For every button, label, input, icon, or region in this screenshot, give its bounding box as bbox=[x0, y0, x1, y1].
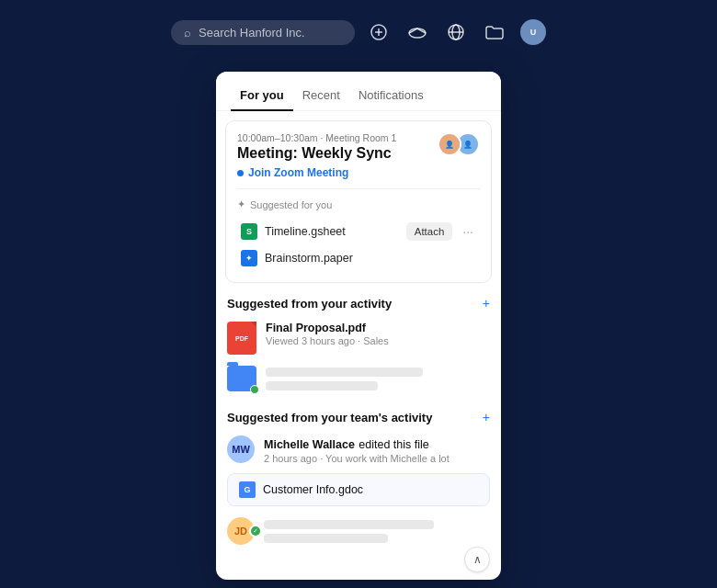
user-avatar[interactable]: U bbox=[520, 19, 546, 45]
pdf-file-icon: PDF bbox=[227, 322, 256, 355]
team-section-header: Suggested from your team's activity + bbox=[216, 397, 501, 430]
tabs-bar: For you Recent Notifications bbox=[216, 72, 501, 111]
file-item-brainstorm[interactable]: ✦ Brainstorm.paper bbox=[237, 245, 480, 271]
folder-item[interactable] bbox=[216, 360, 501, 397]
michelle-avatar: MW bbox=[227, 435, 255, 463]
top-bar: ⌕ Search Hanford Inc. bbox=[0, 0, 717, 64]
pdf-filename: Final Proposal.pdf bbox=[266, 322, 490, 334]
activity-section-header: Suggested from your activity + bbox=[216, 283, 501, 316]
search-icon: ⌕ bbox=[184, 26, 191, 40]
join-label: Join Zoom Meeting bbox=[248, 166, 348, 179]
meeting-title: Meeting: Weekly Sync bbox=[237, 145, 438, 162]
tab-recent[interactable]: Recent bbox=[293, 81, 349, 111]
attach-button[interactable]: Attach bbox=[406, 222, 453, 241]
bottom-person-row: JD ✓ ∧ bbox=[216, 510, 501, 578]
suggested-label: ✦ Suggested for you bbox=[237, 198, 480, 210]
check-badge: ✓ bbox=[249, 525, 262, 537]
meeting-time: 10:00am–10:30am · Meeting Room 1 bbox=[237, 132, 438, 143]
attendees-avatars: 👤 👤 bbox=[438, 132, 480, 156]
bottom-placeholder bbox=[264, 520, 490, 543]
add-icon[interactable] bbox=[366, 19, 392, 45]
globe-icon[interactable] bbox=[443, 19, 469, 45]
bottom-placeholder-line-1 bbox=[264, 520, 434, 529]
folder-text-placeholder bbox=[266, 368, 490, 390]
team-activity-item[interactable]: MW Michelle Wallace edited this file 2 h… bbox=[216, 430, 501, 469]
gdoc-item[interactable]: G Customer Info.gdoc bbox=[227, 473, 490, 506]
svg-point-3 bbox=[409, 28, 426, 38]
activity-title: Suggested from your activity bbox=[227, 297, 477, 311]
sparkle-icon: ✦ bbox=[237, 198, 245, 210]
hat-icon[interactable] bbox=[404, 19, 430, 45]
gsheet-icon: S bbox=[241, 223, 257, 240]
meeting-header: 10:00am–10:30am · Meeting Room 1 Meeting… bbox=[237, 132, 480, 179]
top-icons: U bbox=[366, 19, 546, 45]
placeholder-line-2 bbox=[266, 381, 378, 390]
collapse-button[interactable]: ∧ bbox=[464, 547, 490, 572]
placeholder-line-1 bbox=[266, 368, 423, 377]
activity-add-btn[interactable]: + bbox=[483, 296, 490, 311]
join-zoom-link[interactable]: Join Zoom Meeting bbox=[237, 166, 438, 179]
folder-badge bbox=[250, 385, 259, 394]
activity-item-text: Final Proposal.pdf Viewed 3 hours ago · … bbox=[266, 322, 490, 346]
meeting-card: 10:00am–10:30am · Meeting Room 1 Meeting… bbox=[225, 120, 492, 283]
meeting-divider bbox=[237, 188, 480, 189]
gdoc-icon: G bbox=[239, 481, 256, 498]
file-item-timeline[interactable]: S Timeline.gsheet Attach ··· bbox=[237, 218, 480, 245]
team-title: Suggested from your team's activity bbox=[227, 411, 477, 424]
pdf-meta: Viewed 3 hours ago · Sales bbox=[266, 335, 490, 346]
tab-notifications[interactable]: Notifications bbox=[349, 81, 433, 111]
file-name-brainstorm: Brainstorm.paper bbox=[265, 252, 476, 265]
panel-content: 10:00am–10:30am · Meeting Room 1 Meeting… bbox=[216, 111, 501, 580]
bottom-placeholder-line-2 bbox=[264, 534, 388, 543]
person-name: Michelle Wallace bbox=[264, 438, 355, 451]
folder-icon[interactable] bbox=[482, 19, 507, 45]
attendee-avatar-1: 👤 bbox=[438, 132, 461, 156]
more-options-icon[interactable]: ··· bbox=[460, 224, 476, 239]
meeting-info: 10:00am–10:30am · Meeting Room 1 Meeting… bbox=[237, 132, 438, 179]
activity-item-pdf[interactable]: PDF Final Proposal.pdf Viewed 3 hours ag… bbox=[216, 316, 501, 360]
main-panel: For you Recent Notifications 10:00am–10:… bbox=[216, 72, 501, 580]
avatar-initials: U bbox=[520, 19, 546, 45]
tab-for-you[interactable]: For you bbox=[231, 81, 293, 111]
search-placeholder: Search Hanford Inc. bbox=[199, 26, 305, 40]
paper-icon: ✦ bbox=[241, 250, 257, 266]
gdoc-name: Customer Info.gdoc bbox=[263, 483, 363, 496]
team-meta: 2 hours ago · You work with Michelle a l… bbox=[264, 453, 490, 464]
team-add-btn[interactable]: + bbox=[483, 410, 490, 424]
team-activity-text: Michelle Wallace edited this file 2 hour… bbox=[264, 435, 490, 464]
file-name-timeline: Timeline.gsheet bbox=[265, 225, 399, 238]
search-box[interactable]: ⌕ Search Hanford Inc. bbox=[171, 20, 355, 45]
join-dot bbox=[237, 170, 244, 176]
